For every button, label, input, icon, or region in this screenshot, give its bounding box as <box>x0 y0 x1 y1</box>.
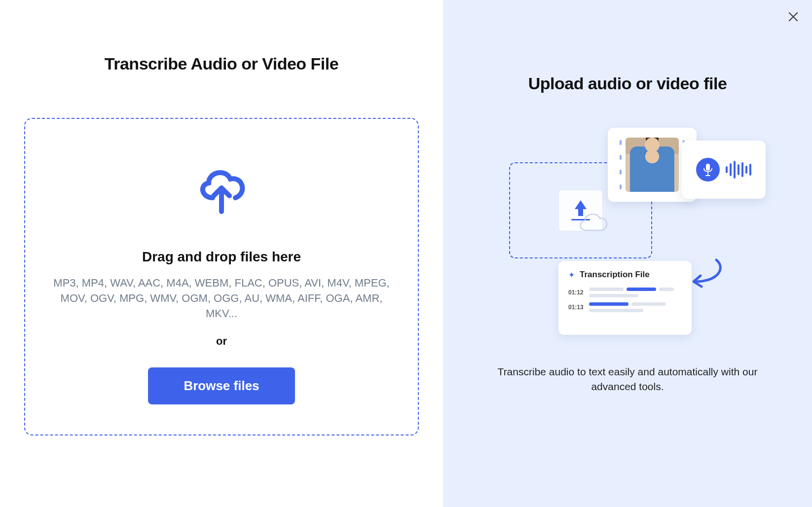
microphone-icon <box>696 158 720 181</box>
info-panel: Upload audio or video file <box>443 0 812 507</box>
cloud-upload-icon <box>192 163 251 219</box>
waveform-icon <box>726 161 751 179</box>
supported-formats: MP3, MP4, WAV, AAC, M4A, WEBM, FLAC, OPU… <box>51 276 392 321</box>
arrow-icon <box>687 256 726 295</box>
close-button[interactable] <box>787 11 799 24</box>
illustration: ✦ Transcription File 01:12 01:13 <box>509 128 746 335</box>
timestamp: 01:13 <box>568 304 584 311</box>
upload-panel: Transcribe Audio or Video File Drag and … <box>0 0 443 507</box>
or-divider: or <box>216 335 227 348</box>
sparkle-icon: ✦ <box>568 270 575 280</box>
transcription-card: ✦ Transcription File 01:12 01:13 <box>558 261 692 335</box>
close-icon <box>787 11 799 23</box>
browse-files-button[interactable]: Browse files <box>148 367 295 404</box>
info-description: Transcribe audio to text easily and auto… <box>489 364 766 395</box>
dropzone-heading: Drag and drop files here <box>142 249 301 265</box>
svg-rect-0 <box>706 164 710 171</box>
page-title: Transcribe Audio or Video File <box>105 54 338 73</box>
video-thumbnail <box>626 138 679 192</box>
transcription-title: Transcription File <box>580 270 650 280</box>
file-dropzone[interactable]: Drag and drop files here MP3, MP4, WAV, … <box>24 118 419 435</box>
audio-preview-card <box>682 141 766 199</box>
info-title: Upload audio or video file <box>528 74 727 93</box>
timestamp: 01:12 <box>568 289 584 296</box>
